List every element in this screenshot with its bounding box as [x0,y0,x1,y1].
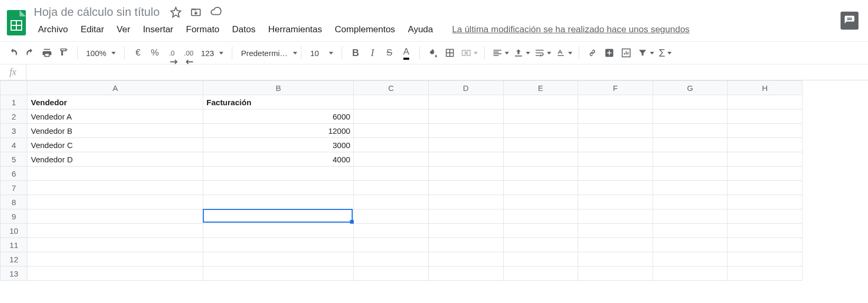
cell-G5[interactable] [653,152,728,167]
cell-G8[interactable] [653,195,728,209]
cell-B11[interactable] [203,238,354,252]
cell-H5[interactable] [728,152,803,167]
paint-format-button[interactable] [56,45,72,61]
print-button[interactable] [39,45,55,61]
cell-A4[interactable]: Vendedor C [27,138,203,152]
cell-H13[interactable] [728,267,803,281]
column-header-D[interactable]: D [428,81,503,95]
increase-decimal-button[interactable]: .00 [181,45,196,61]
menu-insertar[interactable]: Insertar [137,22,180,37]
cell-D6[interactable] [428,167,503,181]
menu-archivo[interactable]: Archivo [32,22,74,37]
horizontal-align-button[interactable] [490,45,510,61]
column-header-C[interactable]: C [354,81,429,95]
cell-C13[interactable] [354,267,429,281]
cell-H12[interactable] [728,252,803,267]
cell-B3[interactable]: 12000 [203,124,354,138]
cell-E4[interactable] [503,138,578,152]
cell-F10[interactable] [578,224,653,238]
menu-complementos[interactable]: Complementos [328,22,401,37]
cell-E11[interactable] [503,238,578,252]
cell-A9[interactable] [27,209,203,224]
cell-D5[interactable] [428,152,503,167]
cell-F7[interactable] [578,181,653,195]
cell-H7[interactable] [728,181,803,195]
cell-B1[interactable]: Facturación [203,95,354,109]
cell-C3[interactable] [354,124,429,138]
cell-A7[interactable] [27,181,203,195]
cell-C1[interactable] [354,95,429,109]
cell-A2[interactable]: Vendedor A [27,109,203,124]
cell-G4[interactable] [653,138,728,152]
cell-B5[interactable]: 4000 [203,152,354,167]
cell-E13[interactable] [503,267,578,281]
cell-C10[interactable] [354,224,429,238]
cell-E5[interactable] [503,152,578,167]
cell-B7[interactable] [203,181,354,195]
cell-A11[interactable] [27,238,203,252]
text-wrap-button[interactable] [532,45,552,61]
cell-G3[interactable] [653,124,728,138]
cell-A8[interactable] [27,195,203,209]
cell-B2[interactable]: 6000 [203,109,354,124]
menu-formato[interactable]: Formato [180,22,225,37]
menu-ver[interactable]: Ver [110,22,137,37]
row-header-9[interactable]: 9 [1,209,27,224]
row-header-12[interactable]: 12 [1,252,27,267]
cell-C2[interactable] [354,109,429,124]
cell-B10[interactable] [203,224,354,238]
percent-button[interactable]: % [147,45,163,61]
row-header-2[interactable]: 2 [1,109,27,124]
strikethrough-button[interactable]: S [381,45,397,61]
cell-C8[interactable] [354,195,429,209]
number-format-select[interactable]: 123 [197,49,227,58]
cell-E3[interactable] [503,124,578,138]
cell-H8[interactable] [728,195,803,209]
cell-E7[interactable] [503,181,578,195]
cell-F11[interactable] [578,238,653,252]
vertical-align-button[interactable] [511,45,531,61]
cell-D10[interactable] [428,224,503,238]
italic-button[interactable]: I [364,45,380,61]
menu-herramientas[interactable]: Herramientas [262,22,328,37]
cell-G13[interactable] [653,267,728,281]
cell-B6[interactable] [203,167,354,181]
cell-B8[interactable] [203,195,354,209]
undo-button[interactable] [5,45,21,61]
cell-G6[interactable] [653,167,728,181]
fx-icon[interactable]: fx [0,65,26,80]
column-header-E[interactable]: E [503,81,578,95]
cell-C12[interactable] [354,252,429,267]
row-header-7[interactable]: 7 [1,181,27,195]
cell-E2[interactable] [503,109,578,124]
currency-button[interactable]: € [130,45,146,61]
cell-B13[interactable] [203,267,354,281]
cell-B12[interactable] [203,252,354,267]
text-rotation-button[interactable] [553,45,573,61]
cell-C11[interactable] [354,238,429,252]
cell-H10[interactable] [728,224,803,238]
cell-B9[interactable] [203,209,354,224]
cell-H2[interactable] [728,109,803,124]
cell-D3[interactable] [428,124,503,138]
cell-F6[interactable] [578,167,653,181]
font-size-select[interactable]: 10 [307,49,336,58]
borders-button[interactable] [442,45,458,61]
cell-A1[interactable]: Vendedor [27,95,203,109]
cell-D13[interactable] [428,267,503,281]
cell-F12[interactable] [578,252,653,267]
last-edit-link[interactable]: La última modificación se ha realizado h… [452,24,690,35]
cell-D11[interactable] [428,238,503,252]
font-family-select[interactable]: Predetermi… [238,49,296,58]
cell-D12[interactable] [428,252,503,267]
cell-H11[interactable] [728,238,803,252]
row-header-1[interactable]: 1 [1,95,27,109]
cell-C4[interactable] [354,138,429,152]
cell-G10[interactable] [653,224,728,238]
cell-F4[interactable] [578,138,653,152]
functions-button[interactable]: Σ [656,45,672,61]
menu-ayuda[interactable]: Ayuda [401,22,439,37]
cell-B4[interactable]: 3000 [203,138,354,152]
row-header-4[interactable]: 4 [1,138,27,152]
cell-H3[interactable] [728,124,803,138]
